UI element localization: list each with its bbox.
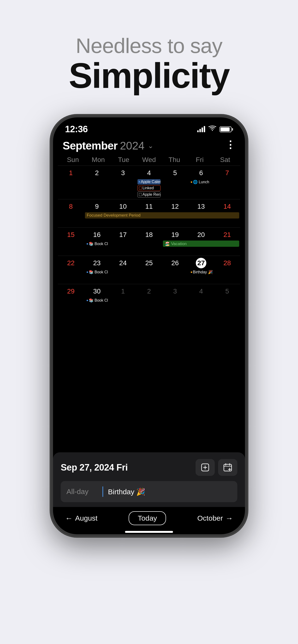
event-book-cl-16[interactable]: 📚 Book Cl (85, 241, 109, 246)
cal-cell-oct1[interactable]: 1 (110, 284, 136, 305)
calendar-title[interactable]: September 2024 ⌄ (63, 139, 153, 152)
cal-cell-sep10[interactable]: 10 (110, 199, 136, 214)
prev-month-label: August (75, 514, 97, 522)
prev-arrow-icon: ← (65, 514, 73, 523)
day-header-sat: Sat (212, 156, 238, 164)
cal-cell-sep5[interactable]: 5 (162, 166, 188, 199)
phone-screen: 12:36 (53, 118, 245, 534)
home-indicator (125, 531, 173, 533)
add-event-button[interactable] (196, 459, 215, 476)
status-time: 12:36 (65, 124, 88, 134)
cal-cell-sep7[interactable]: 7 (214, 166, 240, 199)
chevron-down-icon: ⌄ (148, 142, 153, 150)
cal-cell-oct5[interactable]: 5 (214, 284, 240, 305)
event-title: Birthday 🎉 (108, 488, 145, 496)
day-header-tue: Tue (111, 156, 136, 164)
day-header-mon: Mon (86, 156, 111, 164)
calendar-year: 2024 (120, 139, 144, 152)
cal-cell-sep4[interactable]: 4 Apple Caler Linked Apple Ren (136, 166, 162, 199)
dynamic-island (129, 122, 169, 131)
cal-cell-sep14[interactable]: 14 (214, 199, 240, 214)
panel-date: Sep 27, 2024 Fri (61, 462, 128, 473)
cal-cell-sep1[interactable]: 1 (58, 166, 84, 199)
cal-cell-sep26[interactable]: 26 (162, 256, 188, 276)
panel-header: Sep 27, 2024 Fri (61, 459, 237, 476)
prev-month-button[interactable]: ← August (65, 514, 97, 523)
event-linked[interactable]: Linked (137, 185, 161, 191)
cal-cell-sep13[interactable]: 13 (188, 199, 214, 214)
cal-cell-sep11[interactable]: 11 (136, 199, 162, 214)
wifi-icon (209, 125, 216, 133)
next-month-label: October (197, 514, 223, 522)
cal-cell-sep8[interactable]: 8 (58, 199, 84, 214)
day-header-wed: Wed (136, 156, 162, 164)
event-birthday-27[interactable]: Birthday 🎉 (190, 269, 213, 275)
day-header-thu: Thu (162, 156, 187, 164)
event-book-cl-30[interactable]: 📚 Book Cl (85, 298, 109, 303)
phone-shell: 12:36 (51, 115, 247, 537)
event-focused-dev[interactable]: Focused Development Period (85, 212, 239, 218)
subtitle: Needless to say (51, 34, 247, 58)
cal-cell-sep18[interactable]: 18 (136, 228, 162, 248)
cal-cell-sep30[interactable]: 30 📚 Book Cl (84, 284, 110, 305)
title: Simplicity (51, 58, 247, 94)
status-icons (197, 125, 233, 133)
cal-cell-oct2[interactable]: 2 (136, 284, 162, 305)
cal-cell-oct4[interactable]: 4 (188, 284, 214, 305)
event-vacation[interactable]: 🏖️ Vacation (163, 240, 239, 247)
event-lunch[interactable]: 🌐 Lunch (190, 179, 213, 185)
cal-cell-sep28[interactable]: 28 (214, 256, 240, 276)
cal-cell-sep22[interactable]: 22 (58, 256, 84, 276)
cal-cell-sep25[interactable]: 25 (136, 256, 162, 276)
cal-cell-sep6[interactable]: 6 🌐 Lunch (188, 166, 214, 199)
phone-mockup: 12:36 (51, 115, 247, 537)
calendar-week-5: 29 30 📚 Book Cl 1 (58, 284, 240, 312)
cal-cell-sep16[interactable]: 16 📚 Book Cl (84, 228, 110, 248)
signal-icon (197, 126, 205, 132)
event-apple-ren[interactable]: Apple Ren (137, 192, 161, 198)
bottom-panel: Sep 27, 2024 Fri (53, 452, 245, 507)
cal-cell-sep3[interactable]: 3 (110, 166, 136, 199)
calendar-grid: 1 2 3 4 Apple Caler (53, 166, 245, 452)
cal-cell-sep24[interactable]: 24 (110, 256, 136, 276)
cal-cell-sep17[interactable]: 17 (110, 228, 136, 248)
next-arrow-icon: → (225, 514, 233, 523)
status-bar: 12:36 (53, 118, 245, 137)
svg-rect-3 (224, 464, 232, 471)
cal-cell-oct3[interactable]: 3 (162, 284, 188, 305)
cal-cell-sep29[interactable]: 29 (58, 284, 84, 305)
event-row[interactable]: All-day Birthday 🎉 (61, 481, 237, 502)
today-button[interactable]: Today (129, 511, 166, 525)
cal-cell-sep23[interactable]: 23 📚 Book Cl (84, 256, 110, 276)
calendar-week-3: 15 16 📚 Book Cl 17 (58, 227, 240, 256)
event-book-cl-23[interactable]: 📚 Book Cl (85, 269, 109, 275)
calendar-week-2: 8 9 10 11 12 (58, 199, 240, 227)
more-options-icon[interactable]: ⋮ (225, 140, 235, 152)
calendar-week-4: 22 23 📚 Book Cl 24 (58, 256, 240, 284)
today-label: Today (138, 514, 157, 522)
event-separator (102, 486, 103, 497)
day-header-fri: Fri (187, 156, 213, 164)
bottom-nav: ← August Today October → (53, 507, 245, 528)
header-section: Needless to say Simplicity (51, 34, 247, 94)
day-header-sun: Sun (60, 156, 86, 164)
battery-icon (220, 126, 233, 132)
event-apple-caler[interactable]: Apple Caler (137, 179, 161, 184)
calendar-month: September (63, 139, 117, 152)
add-calendar-button[interactable] (218, 459, 237, 476)
page-background: Needless to say Simplicity 12:36 (51, 0, 247, 537)
cal-cell-sep27[interactable]: 27 Birthday 🎉 (188, 256, 214, 276)
calendar-week-1: 1 2 3 4 Apple Caler (58, 166, 240, 199)
cal-cell-sep12[interactable]: 12 (162, 199, 188, 214)
cal-cell-sep15[interactable]: 15 (58, 228, 84, 248)
panel-actions (196, 459, 237, 476)
cal-cell-sep9[interactable]: 9 (84, 199, 110, 214)
event-time-label: All-day (66, 488, 98, 496)
calendar-header: September 2024 ⌄ ⋮ (53, 137, 245, 156)
next-month-button[interactable]: October → (197, 514, 233, 523)
day-headers: Sun Mon Tue Wed Thu Fri Sat (53, 156, 245, 164)
cal-cell-sep2[interactable]: 2 (84, 166, 110, 199)
